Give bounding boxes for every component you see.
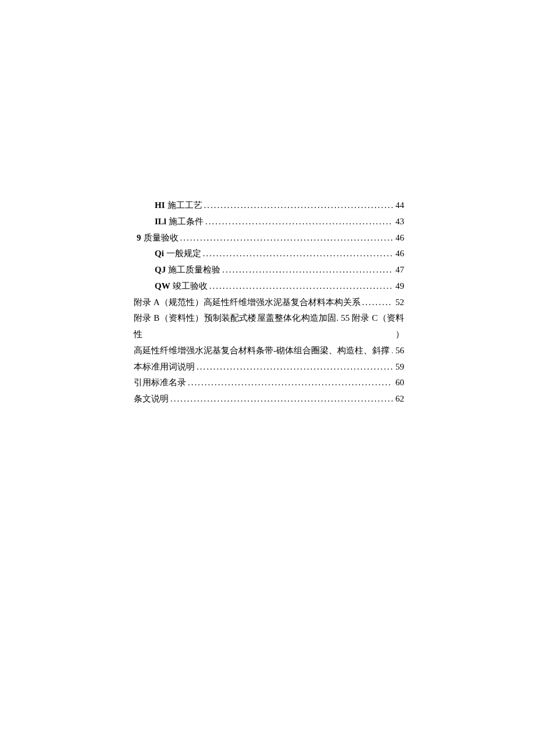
toc-page-number: 62 — [394, 391, 404, 407]
toc-leader-dots — [186, 375, 394, 391]
toc-row-appendix-b-c: 附录 B（资料性）预制装配式楼屋盖整体化构造加固. 55 附录 C（资料性） — [134, 310, 404, 343]
toc-row: Qi 一般规定 46 — [134, 246, 404, 262]
toc-leader-dots — [195, 359, 394, 375]
toc-title: 附录 A（规范性）高延性纤维增强水泥基复合材料本构关系 — [134, 295, 361, 311]
toc-page-number: 43 — [394, 214, 404, 230]
toc-page-number: 56 — [394, 343, 404, 359]
toc-leader-dots — [201, 246, 394, 262]
toc-row: HI 施工工艺 44 — [134, 198, 404, 214]
toc-title: 施工质量检验 — [168, 262, 220, 278]
toc-title: 条文说明 — [134, 391, 169, 407]
toc-page-number: 46 — [394, 230, 404, 246]
toc-row: QW 竣工验收 49 — [134, 278, 404, 295]
toc-title: 施工条件 — [169, 214, 204, 230]
toc-row: 条文说明 62 — [134, 391, 404, 407]
toc-row: QJ 施工质量检验 47 — [134, 262, 404, 278]
toc-page-number: 46 — [394, 246, 404, 262]
toc-title: 一般规定 — [166, 246, 201, 262]
toc-page-number: 60 — [394, 375, 404, 391]
toc-title: 本标准用词说明 — [134, 359, 195, 375]
toc-row: 引用标准名录 60 — [134, 375, 404, 391]
toc-title: 引用标准名录 — [134, 375, 186, 391]
toc-leader-dots — [361, 295, 394, 311]
toc-page-number: 44 — [394, 198, 404, 214]
toc-page-number: 47 — [394, 262, 404, 278]
toc-prefix: ILl — [155, 214, 169, 230]
toc-page-number: 52 — [394, 295, 404, 311]
toc-title: 质量验收 — [144, 230, 179, 246]
toc-page-number: 59 — [394, 359, 404, 375]
toc-title: 施工工艺 — [167, 198, 202, 214]
toc-leader-dots — [202, 198, 394, 214]
toc-prefix: HI — [155, 198, 167, 214]
toc-row-appendix-c-cont: 高延性纤维增强水泥基复合材料条带-砌体组合圈梁、构造柱、斜撑 56 — [134, 343, 404, 359]
toc-row: 本标准用词说明 59 — [134, 359, 404, 375]
toc-leader-dots — [220, 262, 394, 278]
toc-leader-dots — [169, 391, 394, 407]
toc-title: 高延性纤维增强水泥基复合材料条带-砌体组合圈梁、构造柱、斜撑 — [134, 343, 390, 359]
toc-title: 竣工验收 — [173, 278, 208, 295]
toc-leader-dots — [390, 343, 394, 359]
toc-prefix: QW — [155, 278, 173, 295]
toc-prefix: 9 — [137, 230, 144, 246]
toc-page-number: 49 — [394, 278, 404, 295]
toc-title: 附录 B（资料性）预制装配式楼屋盖整体化构造加固. 55 附录 C（资料性） — [134, 313, 404, 339]
document-page: HI 施工工艺 44 ILl 施工条件 43 9 质量验收 46 Qi 一般规定… — [0, 0, 535, 407]
toc-row-appendix-a: 附录 A（规范性）高延性纤维增强水泥基复合材料本构关系 52 — [134, 295, 404, 311]
toc-prefix: QJ — [155, 262, 168, 278]
toc-leader-dots — [179, 230, 395, 246]
toc-prefix: Qi — [155, 246, 166, 262]
toc-leader-dots — [208, 278, 394, 295]
toc-row: ILl 施工条件 43 — [134, 214, 404, 230]
toc-row: 9 质量验收 46 — [134, 230, 404, 246]
toc-leader-dots — [204, 214, 394, 230]
